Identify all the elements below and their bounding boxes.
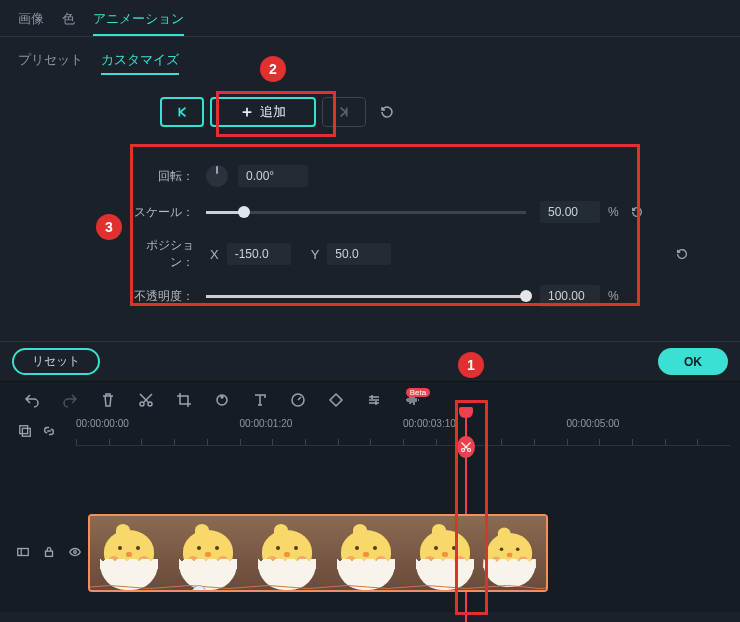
undo-icon[interactable] <box>24 392 40 408</box>
tab-animation[interactable]: アニメーション <box>93 6 184 36</box>
timeline-ruler[interactable]: 00:00:00:00 00:00:01:20 00:00:03:10 00:0… <box>76 418 730 446</box>
ok-button[interactable]: OK <box>658 348 728 375</box>
annotation-badge-1: 1 <box>458 352 484 378</box>
clip-row: hiyotama <box>0 514 740 592</box>
keyframe-reset-icon[interactable] <box>372 97 402 127</box>
svg-rect-9 <box>18 548 29 555</box>
annotation-badge-2: 2 <box>260 56 286 82</box>
adjust-icon[interactable] <box>366 392 382 408</box>
tab-image[interactable]: 画像 <box>18 6 44 36</box>
position-reset-icon[interactable] <box>674 246 690 262</box>
keyframe-prev-button[interactable] <box>160 97 204 127</box>
annotation-box-3 <box>130 144 640 306</box>
lock-icon[interactable] <box>42 545 56 562</box>
panel-footer: リセット OK <box>0 341 740 382</box>
subtab-preset[interactable]: プリセット <box>18 49 83 75</box>
tick-2: 00:00:03:10 <box>403 418 456 429</box>
annotation-badge-3: 3 <box>96 214 122 240</box>
svg-point-0 <box>140 402 144 406</box>
svg-point-11 <box>74 550 77 553</box>
cut-icon[interactable] <box>138 392 154 408</box>
dup-icon[interactable] <box>18 424 32 441</box>
speed-icon[interactable] <box>290 392 306 408</box>
clip-keyframe-handle[interactable] <box>192 585 206 592</box>
link-icon[interactable] <box>42 424 56 441</box>
sub-tabs: プリセット カスタマイズ <box>0 37 740 79</box>
annotation-box-2 <box>216 91 336 137</box>
svg-rect-6 <box>22 428 30 436</box>
track-type-icon[interactable] <box>16 545 30 562</box>
timeline: 00:00:00:00 00:00:01:20 00:00:03:10 00:0… <box>0 418 740 612</box>
timeline-header-icons <box>18 424 76 441</box>
tab-color[interactable]: 色 <box>62 6 75 36</box>
text-icon[interactable] <box>252 392 268 408</box>
crop-icon[interactable] <box>176 392 192 408</box>
tick-0: 00:00:00:00 <box>76 418 129 429</box>
timeline-toolbar: Beta <box>0 382 740 418</box>
reset-button[interactable]: リセット <box>12 348 100 375</box>
redo-icon[interactable] <box>62 392 78 408</box>
subtab-customize[interactable]: カスタマイズ <box>101 49 179 75</box>
eye-icon[interactable] <box>68 545 82 562</box>
svg-rect-5 <box>20 425 28 433</box>
keyframe-icon[interactable] <box>328 392 344 408</box>
tick-3: 00:00:05:00 <box>567 418 620 429</box>
timeline-header: 00:00:00:00 00:00:01:20 00:00:03:10 00:0… <box>0 418 740 446</box>
svg-point-3 <box>221 396 223 398</box>
svg-point-1 <box>148 402 152 406</box>
delete-icon[interactable] <box>100 392 116 408</box>
tick-1: 00:00:01:20 <box>240 418 293 429</box>
color-icon[interactable] <box>214 392 230 408</box>
main-tabs: 画像 色 アニメーション <box>0 0 740 37</box>
beta-badge: Beta <box>406 388 430 397</box>
annotation-box-1 <box>455 400 488 615</box>
track-controls <box>4 545 88 562</box>
svg-rect-10 <box>46 551 53 556</box>
audio-icon[interactable]: Beta <box>404 392 420 408</box>
